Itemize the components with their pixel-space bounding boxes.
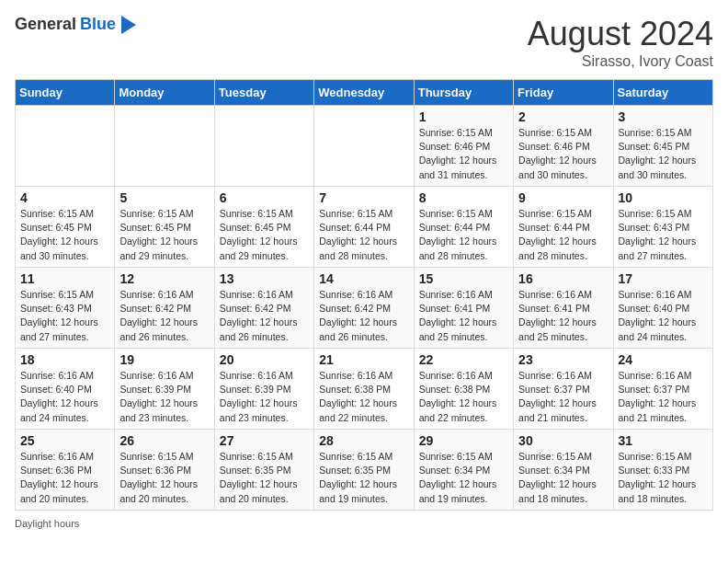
column-header-thursday: Thursday	[414, 80, 513, 106]
day-number: 4	[20, 190, 109, 205]
day-info: Sunrise: 6:15 AM Sunset: 6:43 PM Dayligh…	[619, 207, 708, 263]
calendar-cell: 23Sunrise: 6:16 AM Sunset: 6:37 PM Dayli…	[514, 349, 613, 430]
day-number: 25	[20, 433, 109, 448]
day-info: Sunrise: 6:16 AM Sunset: 6:37 PM Dayligh…	[518, 369, 608, 425]
day-info: Sunrise: 6:16 AM Sunset: 6:38 PM Dayligh…	[319, 369, 408, 425]
day-number: 23	[518, 352, 608, 367]
logo: General Blue	[15, 15, 136, 34]
day-number: 2	[518, 109, 608, 124]
day-number: 30	[518, 433, 608, 448]
day-number: 10	[619, 190, 708, 205]
day-info: Sunrise: 6:15 AM Sunset: 6:46 PM Dayligh…	[419, 126, 508, 182]
calendar-cell: 9Sunrise: 6:15 AM Sunset: 6:44 PM Daylig…	[514, 187, 613, 268]
calendar-cell	[214, 106, 313, 187]
day-info: Sunrise: 6:15 AM Sunset: 6:43 PM Dayligh…	[20, 288, 109, 344]
calendar-cell: 2Sunrise: 6:15 AM Sunset: 6:46 PM Daylig…	[514, 106, 613, 187]
day-number: 19	[119, 352, 209, 367]
day-number: 17	[619, 271, 708, 286]
calendar-cell: 3Sunrise: 6:15 AM Sunset: 6:45 PM Daylig…	[613, 106, 712, 187]
calendar-cell	[16, 106, 115, 187]
calendar-title: August 2024	[528, 15, 713, 53]
calendar-cell: 8Sunrise: 6:15 AM Sunset: 6:44 PM Daylig…	[414, 187, 513, 268]
logo-text-general: General	[15, 15, 76, 34]
day-number: 13	[220, 271, 309, 286]
day-number: 29	[419, 433, 508, 448]
day-number: 27	[220, 433, 309, 448]
day-info: Sunrise: 6:16 AM Sunset: 6:42 PM Dayligh…	[119, 288, 209, 344]
daylight-label: Daylight hours	[15, 518, 79, 529]
day-number: 22	[419, 352, 508, 367]
column-header-saturday: Saturday	[613, 80, 712, 106]
column-header-friday: Friday	[514, 80, 613, 106]
calendar-cell: 17Sunrise: 6:16 AM Sunset: 6:40 PM Dayli…	[613, 268, 712, 349]
day-info: Sunrise: 6:15 AM Sunset: 6:34 PM Dayligh…	[419, 450, 508, 506]
day-info: Sunrise: 6:16 AM Sunset: 6:38 PM Dayligh…	[419, 369, 508, 425]
day-info: Sunrise: 6:16 AM Sunset: 6:41 PM Dayligh…	[419, 288, 508, 344]
calendar-cell: 24Sunrise: 6:16 AM Sunset: 6:37 PM Dayli…	[613, 349, 712, 430]
day-number: 15	[419, 271, 508, 286]
logo-text-blue: Blue	[80, 15, 116, 34]
day-number: 1	[419, 109, 508, 124]
calendar-cell: 10Sunrise: 6:15 AM Sunset: 6:43 PM Dayli…	[613, 187, 712, 268]
day-number: 18	[20, 352, 109, 367]
calendar-cell: 26Sunrise: 6:15 AM Sunset: 6:36 PM Dayli…	[115, 430, 214, 511]
calendar-cell: 19Sunrise: 6:16 AM Sunset: 6:39 PM Dayli…	[115, 349, 214, 430]
calendar-cell: 1Sunrise: 6:15 AM Sunset: 6:46 PM Daylig…	[414, 106, 513, 187]
day-number: 5	[119, 190, 209, 205]
day-info: Sunrise: 6:15 AM Sunset: 6:35 PM Dayligh…	[220, 450, 309, 506]
day-number: 24	[619, 352, 708, 367]
calendar-week-2: 4Sunrise: 6:15 AM Sunset: 6:45 PM Daylig…	[16, 187, 713, 268]
calendar-cell: 30Sunrise: 6:15 AM Sunset: 6:34 PM Dayli…	[514, 430, 613, 511]
calendar-cell: 13Sunrise: 6:16 AM Sunset: 6:42 PM Dayli…	[214, 268, 313, 349]
calendar-cell: 27Sunrise: 6:15 AM Sunset: 6:35 PM Dayli…	[214, 430, 313, 511]
calendar-week-1: 1Sunrise: 6:15 AM Sunset: 6:46 PM Daylig…	[16, 106, 713, 187]
day-number: 28	[319, 433, 408, 448]
day-info: Sunrise: 6:15 AM Sunset: 6:44 PM Dayligh…	[319, 207, 408, 263]
day-number: 9	[518, 190, 608, 205]
calendar-week-3: 11Sunrise: 6:15 AM Sunset: 6:43 PM Dayli…	[16, 268, 713, 349]
calendar-cell: 11Sunrise: 6:15 AM Sunset: 6:43 PM Dayli…	[16, 268, 115, 349]
calendar-cell	[314, 106, 414, 187]
page-header: General Blue August 2024 Sirasso, Ivory …	[15, 15, 713, 70]
day-info: Sunrise: 6:15 AM Sunset: 6:33 PM Dayligh…	[619, 450, 708, 506]
day-number: 21	[319, 352, 408, 367]
day-info: Sunrise: 6:15 AM Sunset: 6:44 PM Dayligh…	[518, 207, 608, 263]
day-number: 14	[319, 271, 408, 286]
column-header-tuesday: Tuesday	[214, 80, 313, 106]
calendar-cell: 16Sunrise: 6:16 AM Sunset: 6:41 PM Dayli…	[514, 268, 613, 349]
day-number: 3	[619, 109, 708, 124]
calendar-cell: 25Sunrise: 6:16 AM Sunset: 6:36 PM Dayli…	[16, 430, 115, 511]
calendar-cell: 20Sunrise: 6:16 AM Sunset: 6:39 PM Dayli…	[214, 349, 313, 430]
calendar-table: SundayMondayTuesdayWednesdayThursdayFrid…	[15, 79, 713, 511]
day-info: Sunrise: 6:16 AM Sunset: 6:37 PM Dayligh…	[619, 369, 708, 425]
calendar-header-row: SundayMondayTuesdayWednesdayThursdayFrid…	[16, 80, 713, 106]
calendar-cell: 15Sunrise: 6:16 AM Sunset: 6:41 PM Dayli…	[414, 268, 513, 349]
calendar-body: 1Sunrise: 6:15 AM Sunset: 6:46 PM Daylig…	[16, 106, 713, 511]
calendar-cell: 14Sunrise: 6:16 AM Sunset: 6:42 PM Dayli…	[314, 268, 414, 349]
day-number: 7	[319, 190, 408, 205]
calendar-cell: 21Sunrise: 6:16 AM Sunset: 6:38 PM Dayli…	[314, 349, 414, 430]
day-info: Sunrise: 6:16 AM Sunset: 6:36 PM Dayligh…	[20, 450, 109, 506]
calendar-week-5: 25Sunrise: 6:16 AM Sunset: 6:36 PM Dayli…	[16, 430, 713, 511]
calendar-cell: 31Sunrise: 6:15 AM Sunset: 6:33 PM Dayli…	[613, 430, 712, 511]
day-number: 12	[119, 271, 209, 286]
day-info: Sunrise: 6:15 AM Sunset: 6:45 PM Dayligh…	[20, 207, 109, 263]
day-info: Sunrise: 6:15 AM Sunset: 6:45 PM Dayligh…	[619, 126, 708, 182]
day-info: Sunrise: 6:15 AM Sunset: 6:46 PM Dayligh…	[518, 126, 608, 182]
calendar-cell: 6Sunrise: 6:15 AM Sunset: 6:45 PM Daylig…	[214, 187, 313, 268]
calendar-cell	[115, 106, 214, 187]
day-info: Sunrise: 6:15 AM Sunset: 6:45 PM Dayligh…	[220, 207, 309, 263]
day-info: Sunrise: 6:16 AM Sunset: 6:42 PM Dayligh…	[319, 288, 408, 344]
calendar-cell: 4Sunrise: 6:15 AM Sunset: 6:45 PM Daylig…	[16, 187, 115, 268]
calendar-cell: 12Sunrise: 6:16 AM Sunset: 6:42 PM Dayli…	[115, 268, 214, 349]
calendar-subtitle: Sirasso, Ivory Coast	[528, 53, 713, 70]
calendar-cell: 7Sunrise: 6:15 AM Sunset: 6:44 PM Daylig…	[314, 187, 414, 268]
day-number: 6	[220, 190, 309, 205]
day-info: Sunrise: 6:16 AM Sunset: 6:40 PM Dayligh…	[20, 369, 109, 425]
day-info: Sunrise: 6:15 AM Sunset: 6:34 PM Dayligh…	[518, 450, 608, 506]
day-number: 16	[518, 271, 608, 286]
day-number: 26	[119, 433, 209, 448]
column-header-monday: Monday	[115, 80, 214, 106]
day-info: Sunrise: 6:15 AM Sunset: 6:44 PM Dayligh…	[419, 207, 508, 263]
day-info: Sunrise: 6:15 AM Sunset: 6:45 PM Dayligh…	[119, 207, 209, 263]
